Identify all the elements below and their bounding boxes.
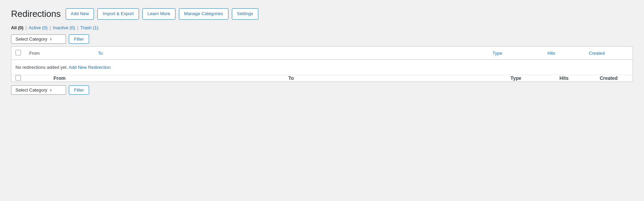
filter-all[interactable]: All (0) <box>11 25 23 30</box>
page-title: Redirections <box>11 9 61 19</box>
bottom-select-category-label: Select Category <box>15 87 47 93</box>
settings-button[interactable]: Settings <box>232 8 258 20</box>
import-export-button[interactable]: Import & Export <box>97 8 139 20</box>
select-all-checkbox[interactable] <box>15 50 21 55</box>
col-hits-header[interactable]: Hits <box>544 46 585 60</box>
top-select-category-label: Select Category <box>15 36 47 42</box>
col-check-footer <box>11 75 25 82</box>
table-header-row: From To Type Hits Created <box>11 46 633 60</box>
table-empty-cell: No redirections added yet. Add New Redir… <box>11 60 633 75</box>
add-new-button[interactable]: Add New <box>66 8 94 20</box>
col-to-header[interactable]: To <box>94 46 489 60</box>
empty-message: No redirections added yet. <box>15 65 68 70</box>
table-footer: From To Type Hits Created <box>11 75 633 82</box>
page-header: Redirections Add New Import & Export Lea… <box>11 8 633 20</box>
manage-categories-button[interactable]: Manage Categories <box>179 8 228 20</box>
bottom-select-category-chevron: ∨ <box>50 88 52 92</box>
bottom-table-controls: Select Category ∨ Filter <box>11 82 633 95</box>
col-from-header[interactable]: From <box>25 46 94 60</box>
add-new-redirection-link[interactable]: Add New Redirection <box>69 65 111 70</box>
table-body: No redirections added yet. Add New Redir… <box>11 60 633 75</box>
add-new-button-wrapper: Add New <box>66 8 94 20</box>
top-select-category[interactable]: Select Category ∨ <box>11 34 66 44</box>
select-all-checkbox-bottom[interactable] <box>15 75 21 81</box>
col-to-footer[interactable]: To <box>94 75 489 82</box>
bottom-select-category[interactable]: Select Category ∨ <box>11 85 66 95</box>
col-hits-footer[interactable]: Hits <box>544 75 585 82</box>
col-check-header <box>11 46 25 60</box>
col-type-footer[interactable]: Type <box>489 75 544 82</box>
col-from-footer[interactable]: From <box>25 75 94 82</box>
learn-more-button[interactable]: Learn More <box>142 8 175 20</box>
bottom-filter-button[interactable]: Filter <box>69 85 89 95</box>
filter-links: All (0) | Active (0) | Inactive (0) | Tr… <box>11 25 633 30</box>
top-select-category-chevron: ∨ <box>50 37 52 41</box>
redirections-table: From To Type Hits Created No redirection… <box>11 46 633 82</box>
top-table-controls: Select Category ∨ Filter <box>11 34 633 44</box>
top-filter-button[interactable]: Filter <box>69 34 89 44</box>
col-created-footer[interactable]: Created <box>585 75 633 82</box>
table-header: From To Type Hits Created <box>11 46 633 60</box>
table-empty-row: No redirections added yet. Add New Redir… <box>11 60 633 75</box>
col-type-header[interactable]: Type <box>489 46 544 60</box>
col-created-header[interactable]: Created <box>585 46 633 60</box>
filter-inactive[interactable]: Inactive (0) <box>53 25 75 30</box>
table-footer-row: From To Type Hits Created <box>11 75 633 82</box>
filter-active[interactable]: Active (0) <box>29 25 48 30</box>
filter-trash[interactable]: Trash (1) <box>80 25 98 30</box>
